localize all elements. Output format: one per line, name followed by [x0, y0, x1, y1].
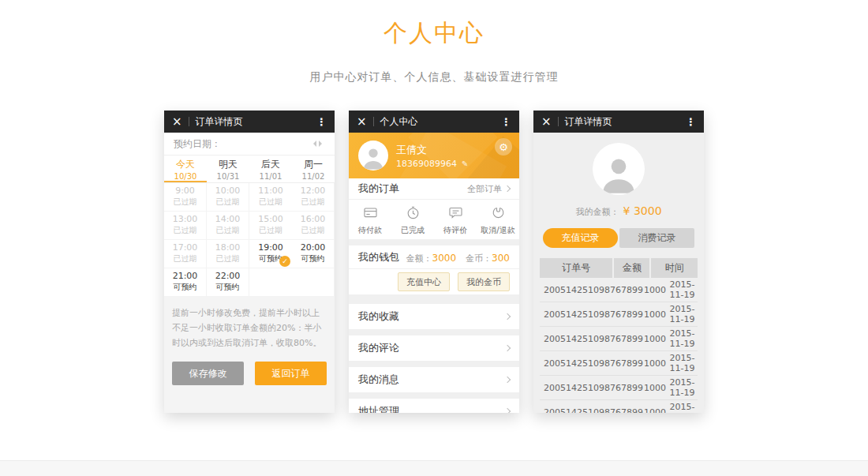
order-category-pending-payment[interactable]: 待付款: [349, 200, 391, 239]
edit-icon[interactable]: ✎: [462, 159, 468, 168]
settings-button[interactable]: ⚙: [495, 138, 512, 156]
time-slot[interactable]: ✓: [249, 268, 292, 297]
slot-status: 可预约: [207, 282, 249, 293]
slot-time: 18:00: [207, 242, 249, 253]
order-category-pending-review[interactable]: 待评价: [434, 200, 477, 239]
phone1-buttons: 保存修改 返回订单: [172, 362, 327, 385]
chevron-right-icon: [504, 313, 511, 320]
date-tab[interactable]: 后天 11/01: [249, 156, 292, 182]
wallet-header: 我的钱包 金额：3000 金币：300: [349, 245, 519, 269]
wallet-title: 我的钱包: [358, 250, 399, 264]
time-slot[interactable]: 16:00 已过期 ✓: [292, 212, 335, 240]
order-category-label: 待付款: [349, 225, 391, 236]
user-phone: 18369089964✎: [396, 159, 468, 169]
slot-time: 15:00: [249, 214, 292, 224]
user-name: 王倩文: [396, 143, 468, 157]
date-tab[interactable]: 明天 10/31: [207, 156, 249, 182]
header-divider: [558, 117, 559, 126]
recharge-center-button[interactable]: 充值中心: [398, 272, 450, 291]
menu-dots-icon[interactable]: ⋮: [501, 116, 511, 128]
coins-label: 金币：: [466, 253, 492, 264]
time-slot[interactable]: ✓: [292, 268, 335, 297]
order-number-cell: 200514251098767899: [540, 334, 643, 344]
table-row: 200514251098767899 1000 2015-11-19: [540, 278, 698, 302]
slot-status: 已过期: [164, 225, 206, 236]
section-gap: [349, 294, 519, 304]
time-slot[interactable]: 11:00 已过期 ✓: [249, 183, 292, 212]
slot-time: 21:00: [164, 271, 206, 281]
order-number-cell: 200514251098767899: [540, 285, 643, 295]
menu-item[interactable]: 我的消息: [349, 367, 519, 392]
time-slot[interactable]: 9:00 已过期 ✓: [164, 183, 207, 212]
column-header-time: 时间: [651, 258, 698, 278]
amount-cell: 1000: [643, 285, 667, 295]
time-slot-grid: 9:00 已过期 ✓ 10:00 已过期 ✓ 11:00 已过期 ✓: [164, 183, 335, 297]
menu-item[interactable]: 地址管理: [349, 399, 519, 413]
slot-time: 22:00: [207, 271, 249, 281]
time-slot[interactable]: 21:00 可预约 ✓: [164, 268, 207, 297]
table-row: 200514251098767899 1000 2015-11-19: [540, 376, 698, 400]
booking-date-row: 预约日期：: [164, 133, 335, 155]
record-tabs: 充值记录 消费记录: [543, 228, 694, 248]
date-tab-day: 周一: [292, 158, 335, 171]
order-category-label: 待评价: [434, 225, 477, 236]
all-orders-link[interactable]: 全部订单: [467, 183, 510, 195]
time-slot[interactable]: 13:00 已过期 ✓: [164, 212, 207, 240]
chevron-right-icon: [504, 377, 511, 383]
phone-order-records: × 订单详情页 ⋮ 我的金额： ¥ 3000 充值记录 消费记录: [533, 111, 704, 413]
phone1-header: × 订单详情页 ⋮: [164, 111, 335, 133]
avatar-section: [533, 133, 704, 195]
menu-item-label: 地址管理: [358, 404, 399, 413]
profile-info: 王倩文 18369089964✎: [396, 143, 468, 169]
slot-status: 已过期: [207, 197, 249, 208]
close-icon[interactable]: ×: [357, 116, 367, 128]
phone-personal-center: × 个人中心 ⋮ 王倩文 18369089964✎: [349, 111, 519, 413]
time-slot[interactable]: 22:00 可预约 ✓: [207, 268, 249, 297]
slot-time: 14:00: [207, 214, 249, 224]
booking-date-label: 预约日期：: [174, 137, 310, 151]
time-slot[interactable]: 18:00 已过期 ✓: [207, 240, 249, 268]
date-cell: 2015-11-19: [667, 353, 698, 373]
time-slot[interactable]: 12:00 已过期 ✓: [292, 183, 335, 212]
order-category-label: 已完成: [391, 225, 434, 236]
date-tabs: 今天 10/30 明天 10/31 后天 11/01 周一 11/02: [164, 155, 335, 183]
date-tab[interactable]: 今天 10/30: [164, 156, 207, 182]
phone1-header-title: 订单详情页: [196, 115, 316, 129]
order-categories: 待付款 已完成 待评价 取消/退款: [349, 200, 519, 239]
menu-dots-icon[interactable]: ⋮: [316, 116, 327, 128]
person-icon: [360, 144, 387, 171]
next-arrow-icon[interactable]: [319, 141, 325, 147]
close-icon[interactable]: ×: [172, 116, 182, 128]
close-icon[interactable]: ×: [541, 116, 552, 128]
order-category-completed[interactable]: 已完成: [391, 200, 434, 239]
date-tab-date: 11/02: [292, 172, 335, 181]
coins-value: 300: [492, 253, 510, 264]
time-slot[interactable]: 17:00 已过期 ✓: [164, 240, 207, 268]
time-slot[interactable]: 15:00 已过期 ✓: [249, 212, 292, 240]
my-coins-button[interactable]: 我的金币: [458, 272, 510, 291]
back-to-order-button[interactable]: 返回订单: [255, 362, 327, 385]
time-slot[interactable]: 10:00 已过期 ✓: [207, 183, 249, 212]
date-tab[interactable]: 周一 11/02: [292, 156, 335, 182]
profile-menu: 我的收藏 我的评论 我的消息 地址管理: [349, 304, 519, 413]
time-slot[interactable]: 20:00 可预约 ✓: [292, 240, 335, 268]
tab-consume-records[interactable]: 消费记录: [619, 228, 694, 248]
date-tab-date: 10/30: [164, 172, 207, 181]
time-slot[interactable]: 19:00 可预约 ✓: [249, 240, 292, 268]
menu-dots-icon[interactable]: ⋮: [686, 116, 696, 128]
tab-recharge-records[interactable]: 充值记录: [543, 228, 618, 248]
order-category-cancel-refund[interactable]: 取消/退款: [477, 200, 519, 239]
save-changes-button[interactable]: 保存修改: [172, 362, 244, 385]
chevron-right-icon: [504, 408, 511, 413]
time-slot[interactable]: 14:00 已过期 ✓: [207, 212, 249, 240]
balance-value: ¥ 3000: [623, 204, 662, 217]
prev-arrow-icon[interactable]: [310, 141, 316, 147]
card-icon: [363, 205, 378, 220]
menu-item[interactable]: 我的评论: [349, 335, 519, 361]
date-tab-day: 今天: [164, 158, 207, 171]
menu-item[interactable]: 我的收藏: [349, 304, 519, 329]
phone3-body: 我的金额： ¥ 3000 充值记录 消费记录 订单号 金额 时间 2005142…: [533, 133, 704, 413]
order-number-cell: 200514251098767899: [540, 309, 643, 320]
comment-icon: [448, 205, 463, 220]
order-number-cell: 200514251098767899: [540, 407, 643, 414]
